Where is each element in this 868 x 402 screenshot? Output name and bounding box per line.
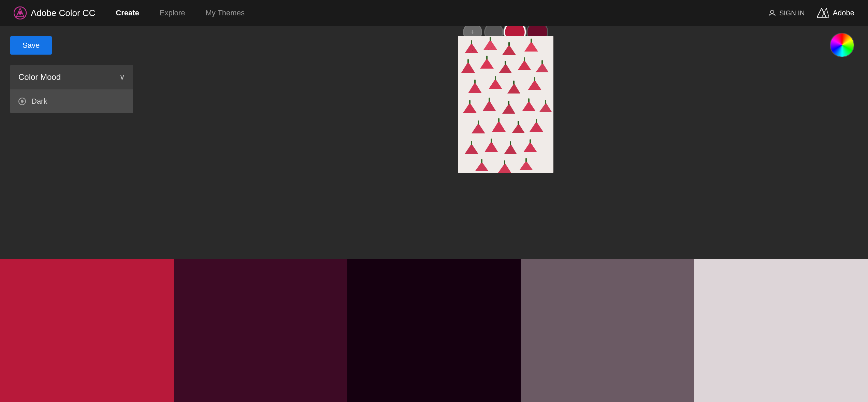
dark-option-label: Dark [31, 97, 47, 106]
swatch-very-dark-purple[interactable] [347, 259, 521, 402]
color-swatches [0, 259, 868, 402]
svg-rect-21 [524, 57, 525, 61]
svg-rect-17 [486, 56, 488, 60]
svg-rect-15 [467, 59, 469, 63]
svg-point-65 [472, 50, 473, 51]
svg-rect-59 [481, 159, 482, 163]
user-icon [768, 9, 776, 17]
svg-marker-3 [817, 8, 826, 18]
svg-rect-9 [490, 37, 491, 41]
color-mood-header[interactable]: Color Mood ∨ [10, 65, 133, 89]
svg-rect-45 [498, 118, 500, 122]
svg-rect-43 [478, 120, 479, 125]
main-content: Save Color Mood ∨ Dark + [0, 26, 868, 402]
app-header: Adobe Color CC Create Explore My Themes … [0, 0, 868, 26]
svg-rect-25 [474, 80, 476, 84]
radio-dark [18, 98, 26, 105]
svg-point-2 [770, 10, 774, 14]
svg-rect-27 [495, 76, 496, 80]
svg-rect-57 [530, 139, 531, 143]
nav-my-themes[interactable]: My Themes [205, 7, 245, 19]
swatch-crimson[interactable] [0, 259, 174, 402]
svg-rect-13 [531, 39, 532, 43]
adobe-icon [817, 8, 829, 18]
image-container: + [458, 36, 553, 173]
svg-point-66 [488, 49, 489, 49]
save-button[interactable]: Save [10, 36, 52, 55]
logo-area: Adobe Color CC [14, 6, 95, 19]
svg-rect-51 [471, 141, 472, 145]
svg-rect-31 [534, 77, 535, 81]
main-nav: Create Explore My Themes [116, 7, 768, 19]
svg-rect-53 [491, 139, 492, 143]
svg-rect-55 [510, 141, 511, 145]
svg-rect-61 [504, 160, 505, 164]
svg-rect-39 [528, 98, 530, 102]
svg-rect-47 [518, 121, 519, 125]
radio-inner [21, 100, 24, 103]
plus-icon: + [471, 28, 475, 37]
chevron-down-icon: ∨ [119, 73, 125, 82]
strawberry-pattern [458, 36, 553, 173]
color-mood-title: Color Mood [18, 72, 61, 82]
swatch-gray-purple[interactable] [521, 259, 694, 402]
svg-rect-33 [469, 100, 471, 104]
color-mood-panel: Color Mood ∨ Dark [10, 65, 133, 113]
swatch-light-gray[interactable] [694, 259, 868, 402]
svg-point-1 [18, 11, 22, 15]
svg-rect-63 [525, 158, 527, 162]
header-right: SIGN IN Adobe [768, 8, 854, 18]
svg-rect-41 [545, 100, 546, 104]
svg-point-67 [491, 47, 492, 47]
adobe-logo[interactable]: Adobe [817, 8, 854, 18]
logo-text: Adobe Color CC [31, 8, 95, 18]
sign-in-label: SIGN IN [779, 9, 805, 17]
adobe-color-icon [14, 6, 27, 19]
svg-rect-11 [508, 42, 510, 46]
color-mood-option-dark[interactable]: Dark [10, 89, 133, 113]
svg-point-64 [469, 52, 470, 53]
svg-rect-19 [505, 61, 506, 65]
color-wheel[interactable] [830, 33, 854, 57]
svg-rect-7 [471, 40, 472, 44]
nav-create[interactable]: Create [116, 7, 139, 19]
strawberry-image [458, 36, 553, 173]
svg-rect-37 [508, 101, 509, 105]
adobe-text: Adobe [833, 9, 854, 17]
svg-rect-49 [536, 119, 537, 123]
svg-rect-23 [541, 60, 543, 64]
swatch-deep-purple-red[interactable] [174, 259, 347, 402]
svg-rect-35 [489, 98, 490, 102]
nav-explore[interactable]: Explore [160, 7, 185, 19]
svg-rect-29 [513, 81, 515, 85]
sign-in-button[interactable]: SIGN IN [768, 9, 805, 17]
